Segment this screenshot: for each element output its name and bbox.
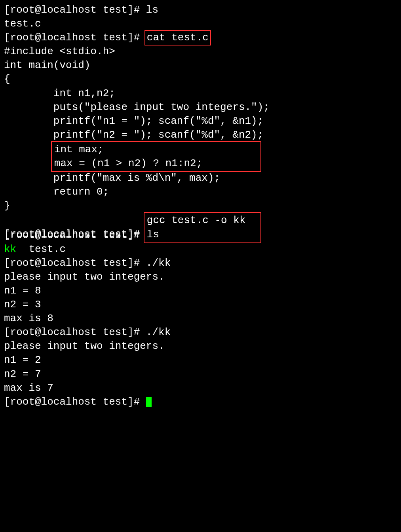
output-line: n1 = 2: [4, 353, 397, 367]
output-line: please input two integers.: [4, 270, 397, 284]
code-fragment: int max;: [54, 144, 104, 155]
command-ls: ls: [146, 4, 158, 16]
command-run: ./kk: [146, 257, 171, 269]
output-line: n2 = 7: [4, 367, 397, 381]
cursor-icon[interactable]: [146, 397, 152, 407]
highlight-box: int max; max = (n1 > n2) ? n1:n2;: [51, 141, 261, 172]
code-fragment: max = (n1 > n2) ? n1:n2;: [54, 157, 202, 169]
command-cat: cat test.c: [147, 32, 209, 44]
code-line: }: [4, 199, 397, 213]
code-line: return 0;: [4, 185, 397, 199]
executable-file: kk: [4, 243, 16, 255]
command-ls: ls: [147, 229, 159, 240]
terminal-output: [root@localhost test]# ls test.c [root@l…: [4, 3, 397, 409]
code-line: printf("n2 = "); scanf("%d", &n2);: [4, 128, 397, 142]
command-gcc: gcc test.c -o kk: [147, 214, 246, 226]
file-name: test.c: [16, 243, 66, 255]
output-line: n1 = 8: [4, 284, 397, 298]
shell-prompt: [root@localhost test]#: [4, 257, 146, 269]
shell-prompt: [root@localhost test]#: [4, 4, 146, 16]
code-line: int n1,n2;: [4, 87, 397, 100]
code-line: int max; max = (n1 > n2) ? n1:n2;: [4, 142, 397, 171]
shell-prompt: [root@localhost test]#: [4, 396, 146, 408]
output-line: kk test.c: [4, 242, 397, 256]
output-line: test.c: [4, 17, 397, 31]
output-line: n2 = 3: [4, 298, 397, 312]
code-line: {: [4, 72, 397, 86]
shell-prompt: [root@localhost test]#: [4, 32, 146, 44]
highlight-box: cat test.c: [144, 30, 211, 45]
highlight-box: gcc test.c -o kk ls: [144, 212, 261, 243]
code-line: printf("n1 = "); scanf("%d", &n1);: [4, 114, 397, 128]
output-line: max is 7: [4, 381, 397, 395]
shell-prompt: [root@localhost test]#: [4, 326, 146, 338]
code-line: printf("max is %d\n", max);: [4, 171, 397, 185]
code-line: int main(void): [4, 59, 397, 72]
output-line: please input two integers.: [4, 339, 397, 353]
shell-prompt: [root@localhost test]#: [4, 229, 146, 241]
output-line: max is 8: [4, 312, 397, 326]
command-run: ./kk: [146, 326, 171, 338]
code-line: puts("please input two integers.");: [4, 100, 397, 114]
code-line: #include <stdio.h>: [4, 45, 397, 59]
